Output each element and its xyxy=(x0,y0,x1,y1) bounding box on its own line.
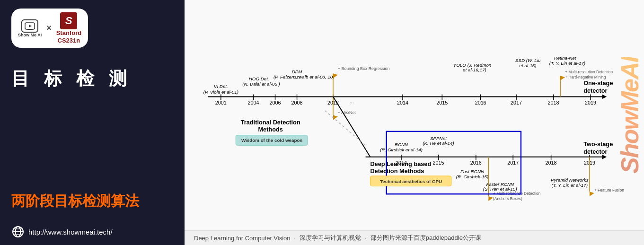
footer-text3: 部分图片来源千百度paddlepaddle公开课 xyxy=(371,234,481,242)
timeline-diagram: 2001 2004 2006 2008 2012 ··· 2014 2015 2… xyxy=(194,5,635,230)
svg-text:2001: 2001 xyxy=(215,100,227,105)
website-icon xyxy=(11,225,25,238)
page-subtitle: 两阶段目标检测算法 xyxy=(11,192,173,211)
svg-text:(T. Y. Lin et al-17): (T. Y. Lin et al-17) xyxy=(552,183,588,188)
svg-text:+ Bounding Box Regression: + Bounding Box Regression xyxy=(338,66,390,71)
svg-text:SPPNet: SPPNet xyxy=(430,136,447,141)
svg-text:2006: 2006 xyxy=(270,100,281,105)
svg-marker-58 xyxy=(602,155,607,159)
svg-text:(T. Y. Lin et al-17): (T. Y. Lin et al-17) xyxy=(549,61,585,66)
stanford-logo: S Stanford CS231n xyxy=(56,12,81,44)
showmeai-logo: Show Me AI xyxy=(18,19,42,37)
svg-marker-40 xyxy=(333,73,338,78)
times-icon: × xyxy=(46,23,52,33)
content-area: ShowMeAI 2001 2004 2006 2008 2012 ··· 20… xyxy=(185,0,644,230)
svg-text:Pyramid Networks: Pyramid Networks xyxy=(551,177,589,183)
svg-text:RCNN: RCNN xyxy=(395,142,408,147)
svg-text:2016: 2016 xyxy=(470,160,482,166)
footer-text1: Deep Learning for Computer Vision xyxy=(194,235,291,242)
svg-text:VI Det.: VI Det. xyxy=(214,84,228,89)
svg-text:DPM: DPM xyxy=(292,69,303,74)
svg-text:(P. Viola et al-01): (P. Viola et al-01) xyxy=(203,89,238,95)
svg-text:et al-16): et al-16) xyxy=(520,63,537,68)
svg-text:detector: detector xyxy=(583,87,607,94)
svg-text:2018: 2018 xyxy=(546,160,557,166)
svg-text:Fast RCNN: Fast RCNN xyxy=(460,169,485,174)
svg-text:Faster RCNN: Faster RCNN xyxy=(486,182,514,187)
svg-text:detector: detector xyxy=(583,148,607,155)
svg-text:+ Multi-resolution Detection: + Multi-resolution Detection xyxy=(565,70,613,74)
logo-area: Show Me AI × S Stanford CS231n xyxy=(11,9,88,48)
footer-text2: 深度学习与计算机视觉 xyxy=(300,234,361,242)
svg-text:Detection Methods: Detection Methods xyxy=(370,167,424,175)
stanford-letter: S xyxy=(60,12,77,29)
showmeai-icon xyxy=(21,19,38,33)
svg-text:(K. He et al-14): (K. He et al-14) xyxy=(423,140,454,146)
svg-text:Deep Learning based: Deep Learning based xyxy=(370,160,431,167)
svg-text:2015: 2015 xyxy=(436,100,448,105)
svg-text:One-stage: One-stage xyxy=(583,79,613,87)
svg-text:(Anchors Boxes): (Anchors Boxes) xyxy=(493,196,522,201)
svg-text:+ Hard-negative Mining: + Hard-negative Mining xyxy=(565,75,606,79)
svg-text:(N. Dalal et al-05 ): (N. Dalal et al-05 ) xyxy=(242,81,280,87)
svg-text:+ Feature Fusion: + Feature Fusion xyxy=(594,188,625,192)
showmeai-text: Show Me AI xyxy=(18,33,42,37)
svg-text:+ AlexNet: + AlexNet xyxy=(338,110,356,115)
page-title: 目 标 检 测 xyxy=(11,67,173,91)
svg-text:Methods: Methods xyxy=(258,126,283,133)
svg-text:2008: 2008 xyxy=(291,100,303,105)
svg-text:···: ··· xyxy=(350,100,354,105)
svg-line-59 xyxy=(333,96,370,157)
footer-dot1: · xyxy=(294,235,296,242)
left-panel: Show Me AI × S Stanford CS231n 目 标 检 测 两… xyxy=(0,0,185,245)
svg-text:2019: 2019 xyxy=(585,100,596,105)
svg-text:2016: 2016 xyxy=(475,100,486,105)
footer-dot2: · xyxy=(365,235,367,242)
svg-marker-9 xyxy=(602,95,607,99)
svg-text:YOLO (J. Redmon: YOLO (J. Redmon xyxy=(453,62,492,68)
svg-text:Traditional Detection: Traditional Detection xyxy=(241,119,300,126)
svg-text:2017: 2017 xyxy=(507,160,519,166)
svg-marker-83 xyxy=(488,196,493,201)
svg-text:Technical aesthetics of GPU: Technical aesthetics of GPU xyxy=(380,179,442,184)
svg-marker-1 xyxy=(29,25,32,27)
svg-marker-52 xyxy=(560,76,565,80)
svg-text:et al-16,17): et al-16,17) xyxy=(463,67,486,72)
svg-text:2004: 2004 xyxy=(247,100,259,105)
svg-text:(P. Felzenszwalb et al-08, 10): (P. Felzenszwalb et al-08, 10) xyxy=(273,74,334,79)
svg-text:SSD (W. Liu: SSD (W. Liu xyxy=(515,58,541,63)
svg-text:2018: 2018 xyxy=(548,100,559,105)
right-panel: ShowMeAI 2001 2004 2006 2008 2012 ··· 20… xyxy=(185,0,644,245)
website-url: http://www.showmeai.tech/ xyxy=(28,228,113,236)
svg-text:Retina-Net: Retina-Net xyxy=(554,55,577,61)
svg-marker-43 xyxy=(333,115,338,120)
svg-text:Wisdom of the cold weapon: Wisdom of the cold weapon xyxy=(241,138,302,143)
svg-text:HOG Det.: HOG Det. xyxy=(249,76,269,81)
svg-text:Two-stage: Two-stage xyxy=(583,140,613,148)
svg-text:2014: 2014 xyxy=(397,100,408,105)
footer-bar: Deep Learning for Computer Vision · 深度学习… xyxy=(185,230,644,245)
svg-rect-2 xyxy=(27,29,33,30)
website-row: http://www.showmeai.tech/ xyxy=(11,225,173,238)
svg-text:2015: 2015 xyxy=(432,160,444,166)
svg-text:2017: 2017 xyxy=(511,100,522,105)
svg-text:(R. Girshick-15): (R. Girshick-15) xyxy=(456,174,489,179)
svg-marker-87 xyxy=(590,192,594,196)
stanford-text: Stanford CS231n xyxy=(56,29,81,44)
